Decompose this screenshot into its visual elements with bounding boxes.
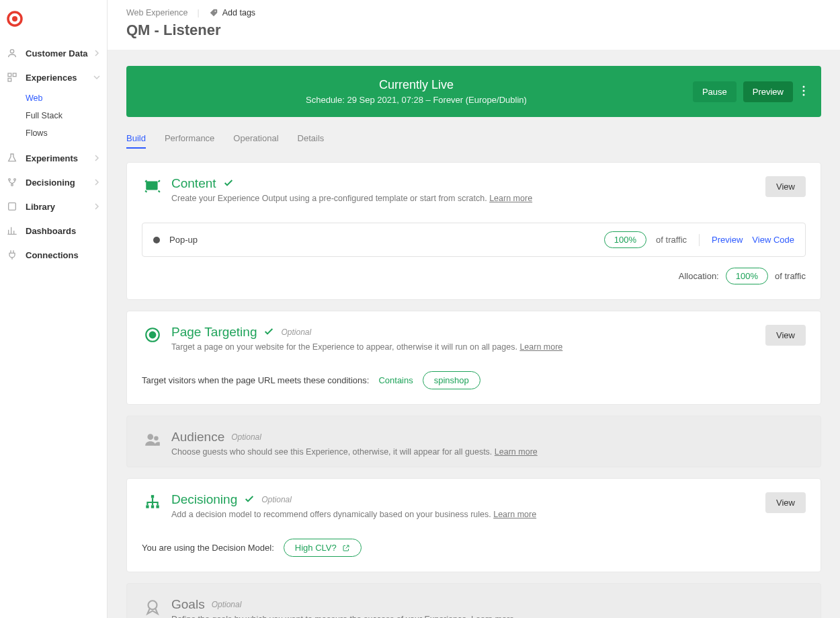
svg-rect-3: [8, 73, 11, 77]
status-banner: Currently Live Schedule: 29 Sep 2021, 07…: [126, 66, 821, 117]
user-icon: [7, 48, 17, 59]
targeting-contains-link[interactable]: Contains: [378, 375, 413, 385]
svg-rect-5: [8, 78, 11, 81]
svg-point-8: [11, 184, 13, 186]
svg-point-16: [150, 332, 156, 338]
content-learn-more[interactable]: Learn more: [489, 194, 532, 203]
tab-build[interactable]: Build: [126, 129, 146, 149]
variant-preview-link[interactable]: Preview: [712, 235, 743, 245]
goals-learn-more[interactable]: Learn more: [471, 615, 514, 618]
audience-card: Audience Optional Choose guests who shou…: [126, 416, 821, 467]
svg-point-17: [147, 434, 153, 440]
tab-details[interactable]: Details: [298, 129, 325, 149]
banner-title: Currently Live: [140, 78, 693, 92]
tab-performance[interactable]: Performance: [165, 129, 214, 149]
variant-name: Pop-up: [169, 235, 595, 245]
audience-learn-more[interactable]: Learn more: [495, 447, 538, 457]
chevron-right-icon: [93, 153, 100, 163]
allocation-percent: 100%: [726, 268, 768, 284]
svg-rect-20: [146, 505, 149, 508]
goals-optional: Optional: [212, 600, 242, 609]
tag-icon: [209, 8, 218, 17]
svg-point-23: [149, 601, 157, 609]
sidebar: Customer Data Experiences Web Full Stack…: [0, 0, 108, 618]
sidebar-item-customer-data[interactable]: Customer Data: [0, 41, 107, 65]
preview-button[interactable]: Preview: [743, 81, 793, 102]
branch-icon: [7, 177, 17, 188]
breadcrumb-divider: |: [198, 8, 200, 17]
targeting-desc: Target a page on your website for the Ex…: [171, 342, 517, 352]
targeting-view-button[interactable]: View: [765, 325, 806, 346]
chevron-right-icon: [93, 202, 100, 212]
chevron-right-icon: [93, 48, 100, 59]
add-tags-label: Add tags: [222, 8, 255, 17]
check-icon: [263, 326, 274, 339]
content-icon: [142, 178, 163, 195]
page-header: Web Experience | Add tags QM - Listener: [108, 0, 840, 50]
svg-rect-21: [151, 505, 154, 508]
svg-point-10: [214, 11, 216, 12]
sidebar-item-label: Decisioning: [26, 178, 75, 188]
plug-icon: [7, 249, 17, 260]
svg-point-2: [10, 50, 13, 53]
main: Web Experience | Add tags QM - Listener …: [108, 0, 840, 618]
variant-of-traffic: of traffic: [656, 235, 687, 245]
targeting-condition-row: Target visitors when the page URL meets …: [142, 371, 806, 389]
breadcrumb-parent[interactable]: Web Experience: [126, 8, 188, 17]
variant-row: Pop-up 100% of traffic Preview View Code: [142, 223, 806, 257]
pause-button[interactable]: Pause: [693, 81, 737, 102]
decisioning-view-button[interactable]: View: [765, 492, 806, 513]
sidebar-item-decisioning[interactable]: Decisioning: [0, 170, 107, 194]
add-tags-button[interactable]: Add tags: [209, 8, 255, 17]
decision-model-chip[interactable]: High CLV?: [284, 539, 362, 557]
tab-operational[interactable]: Operational: [233, 129, 278, 149]
decisioning-title: Decisioning: [171, 492, 237, 507]
sidebar-item-experiences[interactable]: Experiences: [0, 65, 107, 89]
banner-menu-button[interactable]: [800, 83, 808, 101]
tabs: Build Performance Operational Details: [126, 129, 821, 149]
breadcrumb: Web Experience | Add tags: [126, 8, 821, 17]
sidebar-subitem-web[interactable]: Web: [0, 89, 107, 107]
decisioning-icon: [142, 494, 163, 511]
chart-icon: [7, 225, 17, 236]
svg-rect-22: [156, 505, 159, 508]
variant-dot-icon: [153, 237, 160, 243]
goals-card: Goals Optional Define the goals by which…: [126, 583, 821, 618]
sidebar-item-connections[interactable]: Connections: [0, 243, 107, 267]
variant-view-code-link[interactable]: View Code: [752, 235, 794, 245]
content-title: Content: [171, 176, 216, 191]
sidebar-item-label: Connections: [26, 250, 79, 260]
content-view-button[interactable]: View: [765, 176, 806, 197]
goals-icon: [142, 598, 163, 616]
targeting-title: Page Targeting: [171, 325, 257, 340]
sidebar-item-label: Customer Data: [26, 48, 87, 59]
target-icon: [142, 326, 163, 344]
sidebar-subitem-flows[interactable]: Flows: [0, 124, 107, 142]
external-link-icon: [342, 544, 350, 552]
svg-point-7: [14, 179, 16, 181]
svg-point-12: [803, 89, 805, 91]
targeting-optional: Optional: [281, 327, 311, 337]
svg-point-1: [12, 16, 17, 22]
sidebar-item-label: Experiences: [26, 73, 77, 83]
sidebar-item-label: Dashboards: [26, 226, 76, 236]
sidebar-item-label: Experiments: [26, 153, 78, 163]
decisioning-learn-more[interactable]: Learn more: [493, 510, 536, 519]
targeting-learn-more[interactable]: Learn more: [519, 342, 562, 352]
banner-schedule: Schedule: 29 Sep 2021, 07:28 – Forever (…: [140, 95, 693, 105]
decision-model-name: High CLV?: [295, 543, 337, 553]
sidebar-item-dashboards[interactable]: Dashboards: [0, 219, 107, 243]
check-icon: [244, 494, 255, 506]
flask-icon: [7, 153, 17, 163]
sidebar-item-experiments[interactable]: Experiments: [0, 146, 107, 170]
targeting-value-chip[interactable]: spinshop: [423, 371, 480, 389]
chevron-down-icon: [93, 73, 100, 83]
svg-rect-19: [151, 495, 154, 498]
sidebar-item-library[interactable]: Library: [0, 194, 107, 219]
decisioning-card: Decisioning Optional Add a decision mode…: [126, 478, 821, 572]
svg-rect-4: [13, 73, 16, 77]
sidebar-subitem-full-stack[interactable]: Full Stack: [0, 107, 107, 124]
logo[interactable]: [0, 7, 107, 41]
page-title: QM - Listener: [126, 22, 821, 39]
audience-title: Audience: [171, 430, 224, 445]
